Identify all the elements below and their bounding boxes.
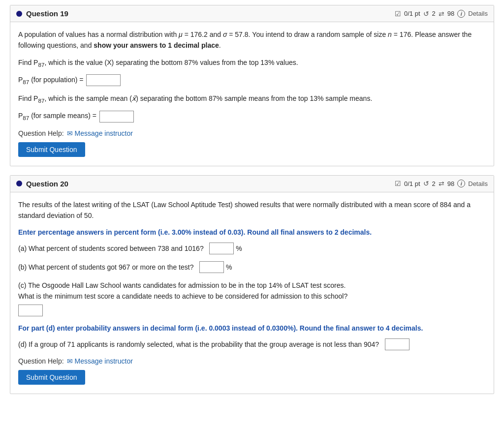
question-20-header: Question 20 ☑ 0/1 pt ↺ 2 ⇄ 98 i Details: [10, 176, 494, 192]
input-line-sample: P87 (for sample means) =: [18, 111, 486, 122]
question-19-block: Question 19 ☑ 0/1 pt ↺ 2 ⇄ 98 i Details …: [10, 5, 494, 166]
label2-pre: P87 (for sample means) =: [18, 112, 96, 121]
question-19-label: Question 19: [26, 9, 68, 18]
label1-pre: P87 (for population) =: [18, 76, 83, 85]
sub-c: (c) The Osgoode Hall Law School wants ca…: [18, 280, 486, 317]
envelope-icon-20: ✉: [67, 357, 73, 365]
question-20-label: Question 20: [26, 180, 68, 188]
info-icon-20[interactable]: i: [457, 180, 465, 187]
sub-a-input[interactable]: [209, 243, 234, 254]
question-19-help: Question Help: ✉ Message instructor: [18, 129, 486, 137]
refresh-icon: ⇄: [439, 10, 444, 18]
question-19-dot: [16, 11, 22, 17]
sub-d-input[interactable]: [385, 338, 410, 350]
percent-b: %: [226, 263, 232, 271]
message-instructor-link-20[interactable]: ✉ Message instructor: [67, 357, 133, 365]
blue-note-2: For part (d) enter probability answers i…: [18, 323, 486, 334]
question-20-dot: [16, 181, 22, 186]
submit-button-20[interactable]: Submit Question: [18, 370, 85, 385]
find1-text: Find P87, which is the value (X) separat…: [18, 57, 486, 69]
input-line-pop: P87 (for population) =: [18, 74, 486, 86]
sub-c-text2: What is the minimum test score a candida…: [18, 291, 486, 302]
info-icon[interactable]: i: [457, 10, 465, 18]
question-20-help: Question Help: ✉ Message instructor: [18, 357, 486, 365]
sub-c-text1: (c) The Osgoode Hall Law School wants ca…: [18, 280, 486, 291]
sub-a-text: (a) What percent of students scored betw…: [18, 245, 204, 252]
question-20-meta: ☑ 0/1 pt ↺ 2 ⇄ 98 i Details: [395, 180, 488, 187]
sub-b-text: (b) What percent of students got 967 or …: [18, 263, 193, 271]
sub-b-input[interactable]: [199, 261, 224, 273]
sub-d: (d) If a group of 71 applicants is rando…: [18, 338, 486, 350]
question-20-refresh: 98: [447, 180, 454, 187]
check-icon: ☑: [395, 10, 401, 18]
question-20-body: The results of the latest writing of the…: [10, 192, 494, 394]
question-20-title: Question 20: [16, 180, 68, 188]
question-19-pts: 0/1 pt: [404, 10, 420, 17]
sub-d-text: (d) If a group of 71 applicants is rando…: [18, 340, 379, 348]
details-link-19[interactable]: Details: [468, 10, 488, 17]
question-20-undo: 2: [432, 180, 436, 187]
sample-means-input[interactable]: [99, 111, 134, 122]
question-20-block: Question 20 ☑ 0/1 pt ↺ 2 ⇄ 98 i Details …: [10, 175, 494, 395]
undo-icon: ↺: [423, 10, 429, 18]
question-19-title: Question 19: [16, 9, 68, 18]
question-19-undo: 2: [432, 10, 436, 17]
population-input[interactable]: [86, 74, 121, 86]
sub-a: (a) What percent of students scored betw…: [18, 243, 486, 254]
refresh-icon-20: ⇄: [439, 180, 444, 187]
blue-note-1: Enter percentage answers in percent form…: [18, 227, 486, 238]
question-19-header: Question 19 ☑ 0/1 pt ↺ 2 ⇄ 98 i Details: [10, 5, 494, 22]
help-label-20: Question Help:: [18, 357, 64, 365]
help-label-19: Question Help:: [18, 129, 64, 137]
sub-b: (b) What percent of students got 967 or …: [18, 261, 486, 273]
question-19-text: A population of values has a normal dist…: [18, 29, 486, 51]
question-20-intro: The results of the latest writing of the…: [18, 199, 486, 221]
question-20-pts: 0/1 pt: [404, 180, 420, 187]
sub-c-input-wrap: [18, 305, 486, 316]
question-19-body: A population of values has a normal dist…: [10, 22, 494, 166]
question-19-meta: ☑ 0/1 pt ↺ 2 ⇄ 98 i Details: [395, 10, 488, 18]
find2-text: Find P87, which is the sample mean (x̄) …: [18, 93, 486, 105]
sub-c-input[interactable]: [18, 305, 43, 316]
question-19-refresh: 98: [447, 10, 454, 17]
details-link-20[interactable]: Details: [468, 180, 488, 187]
check-icon-20: ☑: [395, 180, 401, 187]
submit-button-19[interactable]: Submit Question: [18, 142, 85, 157]
percent-a: %: [236, 245, 242, 252]
undo-icon-20: ↺: [423, 180, 429, 187]
envelope-icon-19: ✉: [67, 129, 73, 137]
message-instructor-link-19[interactable]: ✉ Message instructor: [67, 129, 133, 137]
